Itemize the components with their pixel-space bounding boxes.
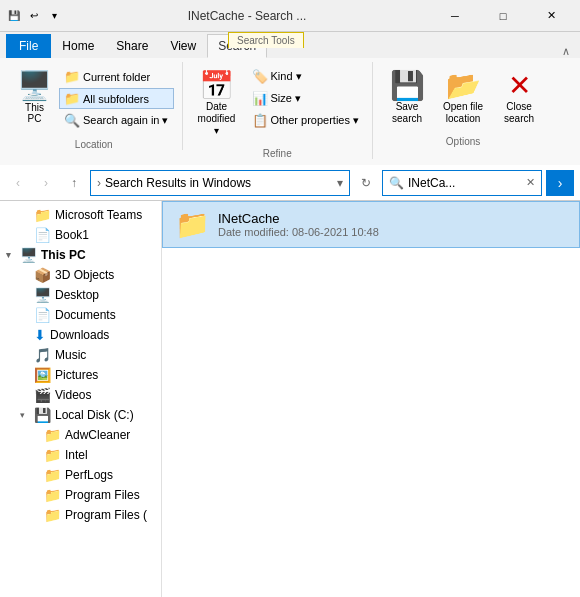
close-search-button[interactable]: ✕ Closesearch bbox=[493, 66, 545, 128]
kind-icon: 🏷️ bbox=[252, 69, 268, 84]
this-pc-button[interactable]: 🖥️ ThisPC bbox=[14, 66, 55, 127]
sidebar-label-pictures: Pictures bbox=[55, 368, 98, 382]
sidebar-label-adwcleaner: AdwCleaner bbox=[65, 428, 130, 442]
clear-search-icon[interactable]: ✕ bbox=[526, 176, 535, 189]
downloads-icon: ⬇ bbox=[34, 327, 46, 343]
3d-icon: 📦 bbox=[34, 267, 51, 283]
open-location-label: Open filelocation bbox=[443, 101, 483, 125]
minimize-button[interactable]: ─ bbox=[432, 0, 478, 32]
maximize-button[interactable]: □ bbox=[480, 0, 526, 32]
search-go-button[interactable]: › bbox=[546, 170, 574, 196]
title-bar: 💾 ↩ ▾ INetCache - Search ... ─ □ ✕ bbox=[0, 0, 580, 32]
ribbon-content: 🖥️ ThisPC 📁 Current folder 📁 All subfold… bbox=[0, 58, 580, 165]
subfolders-icon: 📁 bbox=[64, 91, 80, 106]
sidebar-item-pictures[interactable]: 🖼️ Pictures bbox=[0, 365, 161, 385]
sidebar-label-3d-objects: 3D Objects bbox=[55, 268, 114, 282]
folder-icon: 📁 bbox=[44, 467, 61, 483]
date-modified-button[interactable]: 📅 Datemodified ▾ bbox=[191, 66, 243, 140]
search-again-button[interactable]: 🔍 Search again in ▾ bbox=[59, 110, 174, 131]
search-again-icon: 🔍 bbox=[64, 113, 80, 128]
folder-icon: 📁 bbox=[44, 447, 61, 463]
sidebar-item-book1[interactable]: 📄 Book1 bbox=[0, 225, 161, 245]
sidebar-item-downloads[interactable]: ⬇ Downloads bbox=[0, 325, 161, 345]
inetcache-folder-icon: 📁 bbox=[175, 208, 210, 241]
folder-icon: 📁 bbox=[64, 69, 80, 84]
tab-share[interactable]: Share bbox=[105, 34, 159, 58]
refine-group-label: Refine bbox=[263, 144, 292, 159]
down-arrow-icon[interactable]: ▾ bbox=[46, 8, 62, 24]
open-location-icon: 📂 bbox=[447, 69, 479, 101]
open-file-location-button[interactable]: 📂 Open filelocation bbox=[437, 66, 489, 128]
kind-label: Kind ▾ bbox=[271, 70, 302, 83]
undo-icon[interactable]: ↩ bbox=[26, 8, 42, 24]
options-buttons: 💾 Savesearch 📂 Open filelocation ✕ Close… bbox=[381, 62, 545, 132]
tab-home[interactable]: Home bbox=[51, 34, 105, 58]
sidebar-label-microsoft-teams: Microsoft Teams bbox=[55, 208, 142, 222]
music-icon: 🎵 bbox=[34, 347, 51, 363]
file-icon: 📄 bbox=[34, 227, 51, 243]
save-search-label: Savesearch bbox=[392, 101, 422, 125]
address-bar: ‹ › ↑ › Search Results in Windows ▾ ↻ 🔍 … bbox=[0, 165, 580, 201]
save-icon[interactable]: 💾 bbox=[6, 8, 22, 24]
tab-file[interactable]: File bbox=[6, 34, 51, 58]
sidebar-item-program-files-x86[interactable]: 📁 Program Files ( bbox=[0, 505, 161, 525]
size-icon: 📊 bbox=[252, 91, 268, 106]
all-subfolders-button[interactable]: 📁 All subfolders bbox=[59, 88, 174, 109]
sidebar-item-music[interactable]: 🎵 Music bbox=[0, 345, 161, 365]
folder-icon: 📁 bbox=[44, 507, 61, 523]
sidebar-item-intel[interactable]: 📁 Intel bbox=[0, 445, 161, 465]
up-button[interactable]: ↑ bbox=[62, 171, 86, 195]
size-button[interactable]: 📊 Size ▾ bbox=[247, 88, 365, 109]
file-item-inetcache[interactable]: 📁 INetCache Date modified: 08-06-2021 10… bbox=[162, 201, 580, 248]
sidebar-item-desktop[interactable]: 🖥️ Desktop bbox=[0, 285, 161, 305]
pc-icon: 🖥️ bbox=[20, 247, 37, 263]
path-dropdown-icon[interactable]: ▾ bbox=[337, 176, 343, 190]
properties-icon: 📋 bbox=[252, 113, 268, 128]
sidebar-label-intel: Intel bbox=[65, 448, 88, 462]
search-tools-tab[interactable]: Search Tools bbox=[228, 32, 304, 48]
ribbon-group-options: 💾 Savesearch 📂 Open filelocation ✕ Close… bbox=[373, 62, 553, 147]
sidebar-label-videos: Videos bbox=[55, 388, 91, 402]
ribbon-group-refine: 📅 Datemodified ▾ 🏷️ Kind ▾ 📊 Size ▾ 📋 Ot… bbox=[183, 62, 374, 159]
other-properties-button[interactable]: 📋 Other properties ▾ bbox=[247, 110, 365, 131]
options-group-label: Options bbox=[446, 132, 480, 147]
sidebar-label-program-files-x86: Program Files ( bbox=[65, 508, 147, 522]
all-subfolders-label: All subfolders bbox=[83, 93, 149, 105]
back-button[interactable]: ‹ bbox=[6, 171, 30, 195]
search-input[interactable] bbox=[408, 176, 526, 190]
desktop-icon: 🖥️ bbox=[34, 287, 51, 303]
window-controls: ─ □ ✕ bbox=[432, 0, 574, 32]
sidebar-item-this-pc[interactable]: ▾ 🖥️ This PC bbox=[0, 245, 161, 265]
sidebar-item-local-disk-c[interactable]: ▾ 💾 Local Disk (C:) bbox=[0, 405, 161, 425]
sidebar-item-videos[interactable]: 🎬 Videos bbox=[0, 385, 161, 405]
videos-icon: 🎬 bbox=[34, 387, 51, 403]
search-box[interactable]: 🔍 ✕ bbox=[382, 170, 542, 196]
close-button[interactable]: ✕ bbox=[528, 0, 574, 32]
size-label: Size ▾ bbox=[271, 92, 301, 105]
sidebar-label-this-pc: This PC bbox=[41, 248, 86, 262]
save-search-button[interactable]: 💾 Savesearch bbox=[381, 66, 433, 128]
window-title: INetCache - Search ... bbox=[62, 9, 432, 23]
current-folder-label: Current folder bbox=[83, 71, 150, 83]
calendar-icon: 📅 bbox=[201, 69, 233, 101]
sidebar-label-desktop: Desktop bbox=[55, 288, 99, 302]
sidebar-item-program-files[interactable]: 📁 Program Files bbox=[0, 485, 161, 505]
sidebar-item-perflogs[interactable]: 📁 PerfLogs bbox=[0, 465, 161, 485]
forward-button[interactable]: › bbox=[34, 171, 58, 195]
ribbon-header: Search Tools File Home Share View Search… bbox=[0, 32, 580, 58]
location-group-label: Location bbox=[75, 135, 113, 150]
current-folder-button[interactable]: 📁 Current folder bbox=[59, 66, 174, 87]
other-properties-label: Other properties ▾ bbox=[271, 114, 360, 127]
address-path[interactable]: › Search Results in Windows ▾ bbox=[90, 170, 350, 196]
folder-icon: 📁 bbox=[44, 487, 61, 503]
sidebar-item-documents[interactable]: 📄 Documents bbox=[0, 305, 161, 325]
sidebar-item-3d-objects[interactable]: 📦 3D Objects bbox=[0, 265, 161, 285]
ribbon-collapse-icon[interactable]: ∧ bbox=[562, 45, 570, 58]
title-bar-quick-access: 💾 ↩ ▾ bbox=[6, 8, 62, 24]
sidebar-item-microsoft-teams[interactable]: 📁 Microsoft Teams bbox=[0, 205, 161, 225]
sidebar-item-adwcleaner[interactable]: 📁 AdwCleaner bbox=[0, 425, 161, 445]
refresh-button[interactable]: ↻ bbox=[354, 171, 378, 195]
tab-view[interactable]: View bbox=[159, 34, 207, 58]
kind-button[interactable]: 🏷️ Kind ▾ bbox=[247, 66, 365, 87]
path-text: Search Results in Windows bbox=[105, 176, 251, 190]
